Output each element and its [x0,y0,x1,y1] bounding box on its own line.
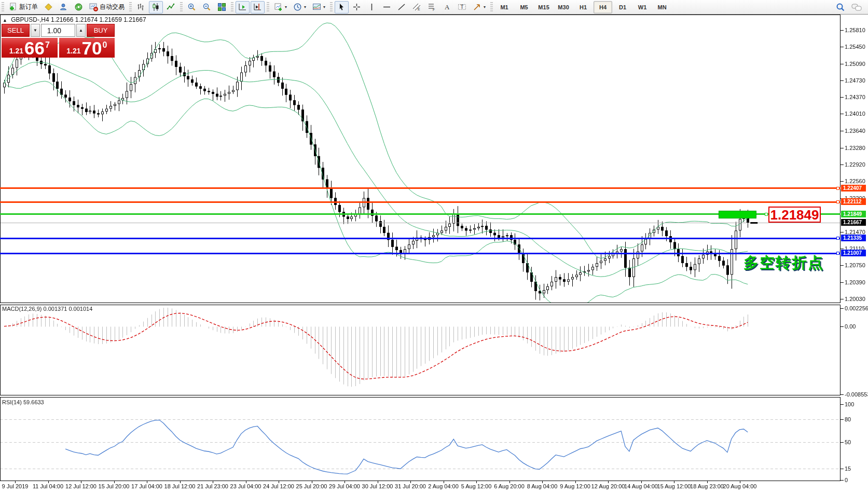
user-icon [59,3,68,11]
chat-button[interactable] [849,1,864,13]
timeframe-h4-button[interactable]: H4 [594,1,612,13]
zoom-out-button[interactable] [200,1,214,13]
volume-increase-button[interactable]: ▲ [76,24,86,37]
zoom-in-icon [187,3,196,11]
price-tag-label[interactable]: 1.21849 [768,207,821,223]
time-axis-label: 15 Aug 12:00 [657,483,691,489]
chart-canvas[interactable] [0,0,868,493]
crosshair-button[interactable] [350,1,364,13]
time-axis-label: 14 Aug 04:00 [624,483,658,489]
horizontal-line-object[interactable] [0,253,841,254]
horizontal-line-icon [382,3,391,11]
user-button[interactable] [57,1,71,13]
timeframe-m30-button[interactable]: M30 [554,1,573,13]
arrows-icon [473,3,481,11]
candlestick-button[interactable] [149,1,163,13]
macd-tick-label: 0.00 [845,323,856,330]
sell-price-display[interactable]: 1.21 66 7 [2,38,58,58]
zoom-in-button[interactable] [185,1,199,13]
timeframe-h1-button[interactable]: H1 [574,1,593,13]
toolbar: 新订单自动交易▾▾▾EFAT▾M1M5M15M30H1H4D1W1MN [0,0,868,15]
period-clock-button[interactable]: ▾ [291,1,309,13]
time-axis-label: 18 Jul 12:00 [164,483,196,489]
macd-tick-label: 0.002256 [845,305,868,311]
fibonacci-button[interactable]: F [425,1,439,13]
line-chart-button[interactable] [164,1,178,13]
rsi-tick-label: 100 [845,401,854,407]
line-handle[interactable] [836,237,839,240]
new-chart-icon [274,3,283,11]
autotrade-button[interactable]: 自动交易 [87,1,127,13]
timeframe-w1-button[interactable]: W1 [633,1,652,13]
line-handle[interactable] [836,200,839,203]
trendline-button[interactable] [395,1,409,13]
new-order-button[interactable]: 新订单 [6,1,40,13]
price-badge: 1.21007 [841,250,866,256]
line-handle[interactable] [765,213,768,216]
timeframe-m5-button[interactable]: M5 [515,1,533,13]
chart-region: 1.258101.254501.250901.247301.243701.240… [0,0,868,493]
timeframe-d1-button[interactable]: D1 [613,1,632,13]
template-button[interactable]: ▾ [310,1,328,13]
rsi-name: RSI(14) [2,399,22,405]
price-tick-label: 1.22560 [845,178,865,184]
volume-input[interactable]: 1.00 [41,24,75,37]
time-axis-label: 25 Jul 20:00 [296,483,327,489]
pivot-annotation[interactable]: 多空转折点 [743,253,824,273]
sell-button[interactable]: SELL [2,24,30,37]
horizontal-line-object[interactable] [0,201,841,203]
chart-shift-button[interactable] [251,1,265,13]
time-axis-label: 21 Jul 23:00 [197,483,228,489]
ohlc-low: 1.21659 [99,16,121,23]
text-button[interactable]: A [440,1,454,13]
timeframe-m15-button[interactable]: M15 [534,1,553,13]
time-axis-label: 18 Aug 23:00 [690,483,724,489]
time-axis-label: 6 Aug 20:00 [494,483,525,489]
rsi-tick-label: 80 [845,416,851,422]
tile-windows-button[interactable] [215,1,229,13]
crosshair-icon [352,3,361,11]
timeframe-mn-button[interactable]: MN [653,1,671,13]
timeframe-m1-button[interactable]: M1 [495,1,514,13]
arrows-button[interactable]: ▾ [470,1,488,13]
collapse-triangle-icon[interactable]: ▲ [3,18,7,23]
time-axis-label: 5 Aug 12:00 [461,483,492,489]
line-handle[interactable] [836,252,839,255]
diamond-button[interactable] [42,1,56,13]
vertical-line-button[interactable] [365,1,379,13]
ohlc-open: 1.21666 [51,16,73,23]
line-chart-icon [167,3,175,11]
toolbar-grip [490,2,493,12]
macd-tick-label: -0.008553 [845,391,868,398]
fibonacci-icon: F [428,3,436,11]
volume-decrease-button[interactable]: ▼ [31,24,40,37]
buy-price-pip: 0 [102,40,107,50]
buy-price-display[interactable]: 1.21 70 0 [59,38,115,58]
sell-price-pip: 7 [45,40,50,50]
time-axis-label: 29 Jul 04:00 [329,483,360,489]
cursor-button[interactable] [335,1,349,13]
new-chart-button[interactable]: ▾ [271,1,290,13]
price-badge: 1.21849 [841,211,866,217]
line-handle[interactable] [836,187,839,190]
price-badge: 1.22407 [841,185,866,191]
price-tick-label: 1.24370 [845,94,865,100]
broadcast-button[interactable] [72,1,86,13]
time-axis-label: 11 Jul 04:00 [33,483,63,489]
rsi-indicator-label: RSI(14) 59.6633 [2,399,44,405]
horizontal-line-object[interactable] [0,213,841,215]
highlight-rectangle-object[interactable] [719,211,756,218]
diamond-icon [44,3,53,11]
buy-button[interactable]: BUY [87,24,115,37]
text-label-icon: T [458,3,466,11]
one-click-trade-panel: SELL ▼ 1.00 ▲ BUY 1.21 66 7 1.21 70 0 [2,24,115,58]
bar-chart-button[interactable] [134,1,148,13]
horizontal-line-object[interactable] [0,187,841,189]
text-label-button[interactable]: T [455,1,469,13]
auto-scroll-button[interactable] [236,1,250,13]
svg-text:A: A [445,3,450,11]
search-button[interactable] [833,1,848,13]
horizontal-line-button[interactable] [380,1,394,13]
channel-button[interactable]: E [410,1,424,13]
horizontal-line-object[interactable] [0,238,841,239]
